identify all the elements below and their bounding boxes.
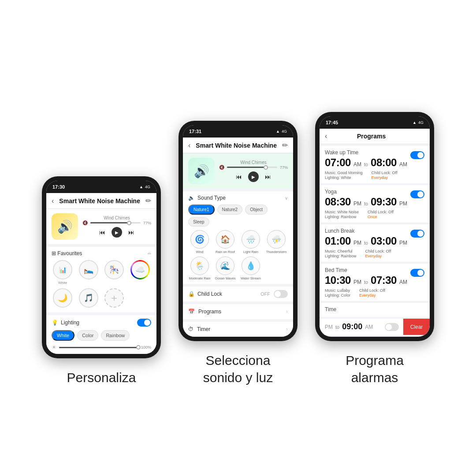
alarm-lunch-start: 01:00 — [325, 235, 351, 247]
play-button[interactable]: ▶ — [112, 227, 122, 238]
fav-item-add[interactable]: ＋ — [103, 288, 126, 309]
fav-item-3[interactable]: 🎠 — [103, 260, 126, 285]
alarm-wakeup-toggle[interactable] — [410, 151, 424, 159]
next-button[interactable]: ⏭ — [128, 229, 134, 236]
alarm-yoga-toggle[interactable] — [410, 190, 424, 198]
timer-menu-left: ⏱ Timer — [188, 326, 210, 332]
alarm-bed-to: to — [364, 279, 368, 285]
edit-icon2[interactable]: ✏ — [282, 141, 288, 149]
timer-chevron: › — [286, 326, 288, 332]
light-btn-rainbow[interactable]: Rainbow — [101, 330, 130, 341]
favourites-grid-row2: 🌙 🎵 ＋ — [52, 288, 151, 309]
sound-modrain[interactable]: 🌦️ Moderate Rain — [188, 257, 211, 280]
sound-water[interactable]: 💧 Water Stream — [239, 257, 262, 280]
volume-thumb2 — [264, 165, 268, 170]
brightness-slider[interactable] — [59, 347, 138, 348]
favourites-edit[interactable]: ✏ — [148, 251, 151, 256]
fav-item-sleep[interactable]: 🛌 — [78, 260, 100, 285]
phone3-app-header: ‹ Programs — [320, 129, 430, 144]
alarm-yoga-col2: Child Lock: Off Once — [368, 210, 394, 219]
alarm-wakeup-col2: Child Lock: Off Everyday — [372, 171, 398, 180]
phone2-notch — [216, 125, 260, 135]
alarm-wakeup-freq: Everyday — [372, 175, 398, 180]
tab-sleep[interactable]: Sleep — [188, 217, 209, 227]
phone3-container: 17:45 ▲ 4G ‹ Programs Wa — [315, 99, 434, 386]
device-controls2: Wind Chimes 🔇 77% ⏮ ▶ ⏭ — [219, 160, 288, 182]
fav-icon-sleep: 🛌 — [79, 260, 98, 279]
device-image2: 🔊 — [188, 158, 215, 184]
tp-end-period: AM — [365, 324, 373, 330]
lighting-label: 💡 Lighting — [52, 320, 79, 326]
alarm-bed-freq: Everyday — [359, 293, 385, 298]
sound-rainroof[interactable]: 🏠 Rain on Roof — [214, 230, 237, 254]
alarm-new-title-row: Time — [320, 303, 430, 317]
light-btn-color[interactable]: Color — [77, 330, 98, 341]
fav-item-moon[interactable]: 🌙 — [52, 288, 74, 309]
edit-icon[interactable]: ✏ — [145, 197, 151, 205]
phone1-app-header: ‹ Smart White Noise Machine ✏ — [46, 193, 156, 209]
volume-slider2[interactable] — [227, 167, 277, 168]
back-icon3[interactable]: ‹ — [325, 132, 327, 140]
clear-button[interactable]: Clear — [403, 319, 430, 335]
alarm-lunch-music: Music: Cheerful — [325, 249, 357, 253]
lock-icon: 🔒 — [188, 291, 195, 297]
alarm-yoga-end-p: PM — [399, 201, 407, 207]
volume-value2: 77% — [280, 165, 288, 170]
phone2-status-icons: ▲ 4G — [276, 129, 287, 134]
sound-grid: 🌀 Wind 🏠 Rain on Roof 🌧️ Light Rain — [188, 230, 288, 280]
next-button2[interactable]: ⏭ — [265, 173, 271, 180]
sound-lightrain[interactable]: 🌧️ Light Rain — [239, 230, 262, 254]
phone1: 17:30 ▲ 4G ‹ Smart White Noise Machine ✏… — [42, 176, 161, 358]
back-icon2[interactable]: ‹ — [188, 141, 190, 149]
fav-item-white[interactable]: 📊 White — [52, 260, 74, 285]
tp-toggle[interactable] — [385, 323, 399, 331]
phone3-screen: 17:45 ▲ 4G ‹ Programs Wa — [320, 116, 430, 337]
alarm-wakeup-end-p: AM — [399, 161, 407, 167]
phone2-title: Smart White Noise Machine — [196, 142, 277, 149]
alarm-yoga-childlock: Child Lock: Off — [368, 210, 394, 214]
volume-fill — [90, 222, 129, 223]
tab-nature2[interactable]: Nature2 — [217, 205, 243, 215]
sound-ocean[interactable]: 🌊 Ocean Waves — [214, 257, 237, 280]
sound-thunder-label: Thunderstorm — [266, 250, 287, 254]
alarm-lunch-toggle[interactable] — [410, 230, 424, 238]
tab-object[interactable]: Object — [245, 205, 268, 215]
favourites-header: ⊞ Favourites ✏ — [52, 250, 151, 257]
lighting-section: 💡 Lighting White Color Rainbow ☀ — [46, 315, 156, 354]
phone1-statusbar: 17:30 ▲ 4G — [46, 181, 156, 193]
light-btn-white[interactable]: White — [52, 330, 74, 341]
fav-item-rainbow[interactable]: ☁️ — [129, 260, 152, 285]
prev-button[interactable]: ⏮ — [99, 229, 105, 236]
prev-button2[interactable]: ⏮ — [236, 173, 242, 180]
back-icon[interactable]: ‹ — [52, 197, 54, 205]
alarm-bed: Bed Time 10:30 PM to 07:30 AM — [320, 264, 430, 301]
brightness-fill — [59, 347, 138, 348]
phone2-app-header: ‹ Smart White Noise Machine ✏ — [183, 138, 293, 153]
lighting-toggle[interactable] — [137, 319, 151, 327]
signal-icon2: 4G — [282, 129, 287, 134]
phone2-device-section: 🔊 Wind Chimes 🔇 77% ⏮ — [183, 153, 293, 189]
sound-wind[interactable]: 🌀 Wind — [188, 230, 211, 254]
alarm-bed-toggle[interactable] — [410, 269, 424, 277]
sound-ocean-icon: 🌊 — [216, 257, 234, 275]
alarm-bed-music: Music: Lullaby — [325, 288, 350, 293]
sound-thunder[interactable]: ⛈️ Thunderstorm — [265, 230, 288, 254]
phone1-title: Smart White Noise Machine — [59, 197, 140, 205]
fav-item-music[interactable]: 🎵 — [78, 288, 100, 309]
timer-menu-item[interactable]: ⏱ Timer › — [183, 322, 293, 337]
phones-row: 17:30 ▲ 4G ‹ Smart White Noise Machine ✏… — [42, 99, 434, 386]
play-button2[interactable]: ▶ — [248, 171, 259, 182]
tab-nature1[interactable]: Nature1 — [188, 205, 215, 215]
timer-label: Timer — [197, 326, 210, 332]
alarm-yoga-details: Music: White Noise Lighting: Rainbow Chi… — [325, 210, 424, 219]
device-controls: Wind Chimes 🔇 77% ⏮ ▶ ⏭ — [82, 216, 151, 238]
alarm-yoga-start: 08:30 — [325, 196, 351, 208]
volume-slider[interactable] — [90, 222, 141, 223]
tp-period: PM — [325, 324, 333, 330]
childlock-toggle[interactable] — [274, 290, 288, 298]
programs-menu-item[interactable]: 📅 Programs › — [183, 304, 293, 319]
childlock-left: 🔒 Child Lock — [188, 291, 222, 297]
alarm-lunch-end-p: PM — [399, 240, 407, 246]
sound-rainroof-label: Rain on Roof — [216, 250, 235, 254]
phone2-container: 17:31 ▲ 4G ‹ Smart White Noise Machine ✏… — [178, 121, 298, 386]
